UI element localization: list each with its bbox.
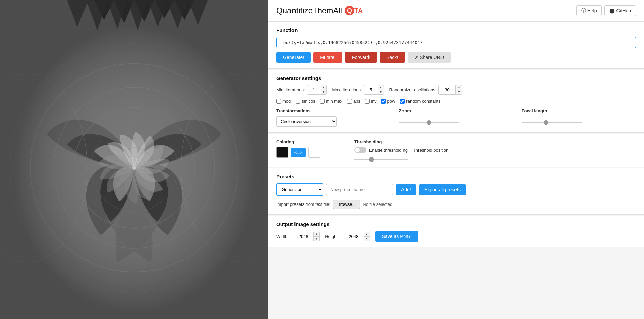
help-label: Help [587,8,597,13]
github-button[interactable]: ⬤ GitHub [604,5,636,16]
threshold-col: Thresholding Enable thresholding Thresho… [354,139,636,161]
max-iterations-input[interactable] [364,86,378,94]
transformations-select[interactable]: Circle inversion None Möbius Inversion [276,116,337,127]
max-iterations-down[interactable]: ▼ [378,90,384,94]
settings-row: Min. iterations: ▲ ▼ Max. iterations: ▲ … [276,85,636,95]
presets-row: Generator Default Spiral Fractal Add! Ex… [276,183,636,196]
randomizer-group: Randomizer oscillations: ▲ ▼ [389,85,462,95]
function-input[interactable] [276,37,636,48]
share-icon: ➚ [414,55,418,60]
threshold-slider-container [354,156,408,161]
checkbox-abs-input[interactable] [347,99,352,104]
checkbox-inv[interactable]: inv [365,99,377,104]
threshold-slider[interactable] [354,159,408,160]
min-iterations-wrapper: ▲ ▼ [307,85,327,95]
output-row: Width ▲ ▼ Height ▲ ▼ Save as PNG! [276,231,636,242]
generate-button[interactable]: Generate! [276,52,311,63]
generator-settings-title: Generator settings [276,75,636,81]
svg-rect-16 [0,0,268,319]
forward-button[interactable]: Forward! [345,52,377,63]
zoom-slider-container [399,116,459,127]
checkbox-sincos[interactable]: sin,cos [296,99,315,104]
coloring-col: Coloring <=> [276,139,343,158]
threshold-row: Enable thresholding Threshold position [354,147,636,153]
transformations-label: Transformations [276,108,391,113]
focal-slider[interactable] [522,122,582,123]
import-row: Import presets from text file: Browse...… [276,200,636,209]
zoom-label: Zoom [399,108,513,113]
max-iterations-group: Max. iterations: ▲ ▼ [332,85,384,95]
randomizer-down[interactable]: ▼ [456,90,462,94]
checkbox-mod-label: mod [282,99,291,104]
coloring-label: Coloring [276,139,343,144]
checkbox-minmax[interactable]: min max [320,99,342,104]
min-iterations-input[interactable] [307,86,321,94]
checkbox-mod-input[interactable] [276,99,281,104]
preset-name-input[interactable] [326,184,393,195]
max-iterations-up[interactable]: ▲ [378,85,384,90]
preset-select[interactable]: Generator Default Spiral Fractal [276,183,323,196]
presets-section: Presets Generator Default Spiral Fractal… [268,168,644,215]
randomizer-wrapper: ▲ ▼ [438,85,462,95]
max-iterations-spinner: ▲ ▼ [378,85,384,94]
checkbox-random-label: random constants [406,99,440,104]
width-down[interactable]: ▼ [314,237,319,241]
checkbox-pow-input[interactable] [381,99,386,104]
enable-threshold-label: Enable thresholding [369,148,408,153]
checkbox-pow[interactable]: pow [381,99,395,104]
header-actions: ⓘ Help ⬤ GitHub [576,5,636,16]
function-title: Function [276,27,636,33]
generator-settings-section: Generator settings Min. iterations: ▲ ▼ … [268,70,644,133]
width-input[interactable] [293,233,313,240]
mutate-button[interactable]: Mutate! [313,52,342,63]
browse-button[interactable]: Browse... [333,200,360,209]
randomizer-input[interactable] [439,86,455,94]
transform-section: Transformations Circle inversion None Mö… [276,108,636,127]
enable-threshold-item: Enable thresholding [354,147,408,153]
width-up[interactable]: ▲ [314,232,319,237]
zoom-slider[interactable] [399,122,459,123]
height-down[interactable]: ▼ [364,237,370,241]
back-button[interactable]: Back! [380,52,405,63]
color-swatch-1[interactable] [276,147,288,158]
help-button[interactable]: ⓘ Help [576,5,602,16]
add-preset-button[interactable]: Add! [396,184,416,195]
min-iterations-spinner: ▲ ▼ [321,85,327,94]
min-iterations-down[interactable]: ▼ [321,90,327,94]
checkbox-inv-input[interactable] [365,99,370,104]
function-section: Function Generate! Mutate! Forward! Back… [268,22,644,69]
color-pickers: <=> [276,147,343,158]
checkbox-inv-label: inv [371,99,377,104]
max-iterations-wrapper: ▲ ▼ [364,85,384,95]
width-label: Width [276,234,287,239]
height-up[interactable]: ▲ [364,232,370,237]
min-iterations-up[interactable]: ▲ [321,85,327,90]
github-icon: ⬤ [609,8,615,13]
checkbox-sincos-label: sin,cos [302,99,315,104]
title-text: QuantitizeThemAll [276,6,342,15]
checkbox-abs[interactable]: abs [347,99,360,104]
coloring-row: Coloring <=> Thresholding Enable thresho… [276,139,636,161]
export-presets-button[interactable]: Export all presets [419,184,466,195]
checkbox-random-input[interactable] [400,99,405,104]
checkbox-minmax-input[interactable] [320,99,325,104]
randomizer-up[interactable]: ▲ [456,85,462,90]
save-png-button[interactable]: Save as PNG! [375,231,419,242]
checkbox-random[interactable]: random constants [400,99,440,104]
import-label: Import presets from text file: [276,202,330,207]
enable-threshold-toggle[interactable] [354,147,366,153]
max-iterations-label: Max. iterations: [332,87,362,92]
checkbox-mod[interactable]: mod [276,99,291,104]
threshold-position-item: Threshold position [413,148,448,153]
height-input[interactable] [343,233,364,240]
randomizer-spinner: ▲ ▼ [455,85,462,94]
checkbox-sincos-input[interactable] [296,99,300,104]
height-spinner: ▲ ▼ [364,232,370,241]
app-header: QuantitizeThemAll QTA ⓘ Help ⬤ GitHub [268,0,644,22]
share-button[interactable]: ➚ Share URL! [408,52,451,63]
control-panel: QuantitizeThemAll QTA ⓘ Help ⬤ GitHub Fu… [268,0,644,319]
zoom-col: Zoom [399,108,513,127]
color-swap-button[interactable]: <=> [291,148,306,157]
fractal-canvas [0,0,268,319]
color-swatch-2[interactable] [308,147,320,158]
